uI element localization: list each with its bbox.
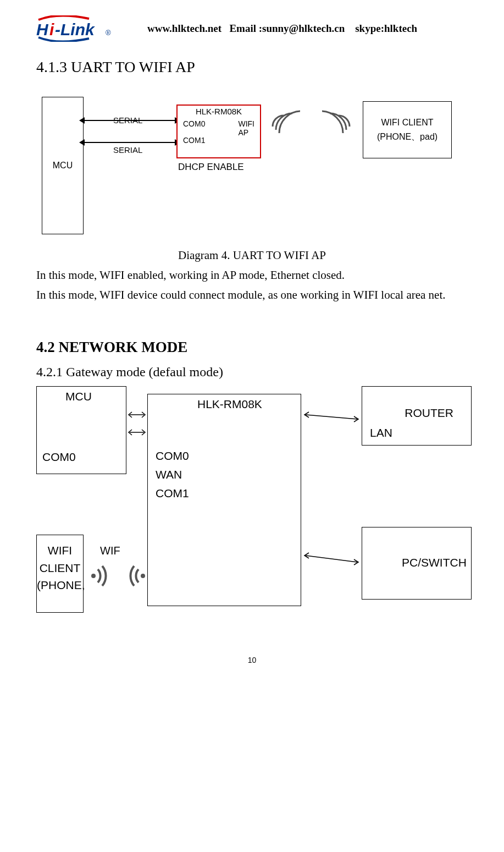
svg-point-9 [141,574,145,578]
wifi-client-line1: WIFI CLIENT [381,116,433,130]
d2-mcu-box: MCU COM0 [36,386,126,474]
diagram4-caption: Diagram 4. UART TO WIFI AP [36,249,468,262]
d2-wifi-icon-left [121,562,148,592]
arrow-hlk-pcswitch [302,551,361,568]
diagram-gateway-mode: MCU COM0 HLK-RM08K COM0 WAN COM1 ROUTER … [36,386,470,623]
d2-hlk-box: HLK-RM08K COM0 WAN COM1 [147,394,301,606]
d2-router-lan: LAN [370,426,392,439]
wifi-client-line2: (PHONE、pad) [377,130,437,144]
heading-42: 4.2 NETWORK MODE [36,339,468,356]
arrow-mcu-hlk-2 [128,428,146,437]
dhcp-label: DHCP ENABLE [178,162,244,173]
svg-point-8 [91,574,96,578]
header-website: www.hlktech.net [147,23,221,34]
svg-text:i: i [49,20,54,39]
body-413-1: In this mode, WIFI enabled, working in A… [36,266,468,285]
hlk-wifi-1: WIFI [238,119,254,128]
heading-413: 4.1.3 UART TO WIFI AP [36,58,468,76]
svg-line-6 [306,415,357,419]
d2-mcu-com0: COM0 [42,450,76,464]
arrow-head-left-2 [79,139,85,146]
diagram-uart-to-wifi-ap: MCU SERIAL SERIAL HLK-RM08K COM0 COM1 WI… [36,95,465,238]
header-contact: www.hlktech.net Email :sunny@hlktech.cn … [147,23,417,35]
d2-pcswitch-label: PC/SWITCH [402,556,467,569]
mcu-label: MCU [53,161,73,171]
d2-wifi-2: CLIENT [37,559,83,577]
wifi-icon-right [267,110,300,145]
arrow-hlk-router [302,410,361,424]
d2-hlk-title: HLK-RM08K [197,398,262,411]
page-number: 10 [36,656,468,664]
svg-line-7 [306,556,357,562]
page-header: H i -Link ® www.hlktech.net Email :sunny… [36,15,468,42]
d2-router-box: ROUTER LAN [362,386,472,446]
d2-wifi-client-box: WIFI CLIENT (PHONE, [36,535,84,613]
d2-pcswitch-box: PC/SWITCH [362,527,472,600]
logo-icon: H i -Link ® [36,15,141,42]
wifi-client-box: WIFI CLIENT (PHONE、pad) [363,101,452,158]
hlk-com1: COM1 [183,136,205,145]
body-413-2: In this mode, WIFI device could connect … [36,285,468,305]
svg-text:®: ® [106,29,111,37]
wif-label: WIF [100,545,120,557]
hlk-title: HLK-RM08K [178,106,260,116]
arrow-mcu-hlk-1 [128,410,146,419]
wifi-icon-left [322,110,355,145]
d2-wifi-1: WIFI [37,542,83,559]
heading-421: 4.2.1 Gateway mode (defaul mode) [36,365,468,380]
serial-label-1: SERIAL [113,116,142,125]
serial-label-2: SERIAL [113,145,142,155]
hlk-com0: COM0 [183,119,205,128]
d2-mcu-title: MCU [65,390,92,403]
header-email: Email :sunny@hlktech.cn [229,23,345,34]
arrow-serial-bottom [84,142,176,143]
d2-hlk-wan: WAN [156,468,182,481]
d2-wifi-3: (PHONE, [37,576,83,594]
mcu-box: MCU [42,97,84,234]
arrow-head-left-1 [79,117,85,124]
hlk-wifi-2: AP [238,128,254,137]
d2-hlk-com0: COM0 [156,449,189,463]
d2-hlk-com1: COM1 [156,487,189,500]
hlk-rm08k-box: HLK-RM08K COM0 COM1 WIFI AP [176,105,261,158]
d2-wifi-icon-right [88,562,115,592]
d2-router-title: ROUTER [405,406,453,420]
svg-text:H: H [36,20,49,39]
header-skype: skype:hlktech [355,23,417,34]
svg-text:-Link: -Link [55,20,95,39]
